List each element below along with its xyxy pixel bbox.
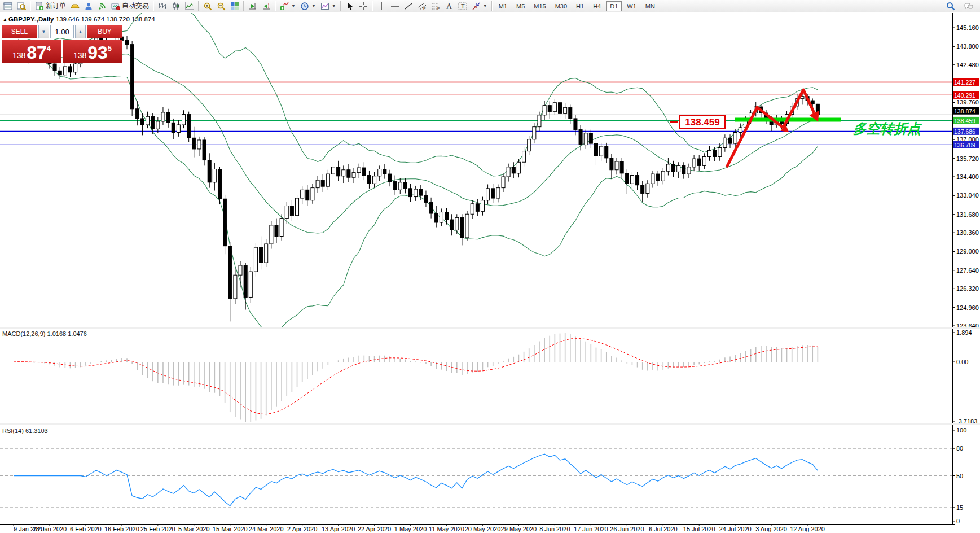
data-window-button[interactable] [15, 1, 28, 12]
bid-price-box[interactable]: 138 87 4 [2, 40, 61, 63]
horizontal-line-tool[interactable] [388, 1, 402, 12]
bar-chart-button[interactable] [156, 1, 169, 12]
auto-scroll-button[interactable] [246, 1, 260, 12]
chart-canvas[interactable]: 138.459多空转折点145.160143.800142.480141.120… [0, 0, 980, 533]
new-order-button[interactable]: 新订单 [33, 0, 68, 12]
svg-text:129.000: 129.000 [956, 248, 979, 255]
dropdown-arrow-icon[interactable]: ▼ [311, 3, 316, 8]
text-tool[interactable]: A [442, 1, 456, 12]
dropdown-arrow-icon[interactable]: ▼ [483, 3, 487, 8]
search-icon [946, 2, 955, 11]
templates-icon [320, 2, 329, 11]
svg-text:127.640: 127.640 [956, 267, 979, 274]
svg-text:135.720: 135.720 [956, 155, 979, 162]
svg-text:141.227: 141.227 [954, 79, 975, 86]
zoom-in-button[interactable] [201, 1, 214, 12]
svg-text:126.320: 126.320 [956, 285, 979, 292]
date-axis: 9 Jan 202028 Jan 20206 Feb 202016 Feb 20… [14, 524, 825, 532]
signals-button[interactable] [95, 1, 109, 12]
text-label-tool[interactable]: T [456, 1, 469, 12]
dropdown-arrow-icon[interactable]: ▼ [332, 3, 336, 8]
timeframe-h4-button[interactable]: H4 [589, 1, 605, 11]
svg-text:100: 100 [956, 427, 966, 434]
market-watch-button[interactable] [1, 1, 15, 12]
new-order-icon [35, 2, 44, 11]
timeframe-m30-button[interactable]: M30 [551, 1, 571, 11]
volume-increase-button[interactable]: ▲ [75, 25, 86, 38]
svg-text:143.800: 143.800 [956, 43, 979, 50]
quotes-button[interactable] [68, 1, 82, 12]
ohlc-readout: 139.646 139.674 138.720 138.874 [56, 16, 155, 23]
data-window-icon [17, 2, 26, 11]
ask-main: 93 [87, 45, 108, 61]
search-button[interactable] [944, 1, 957, 12]
ask-prefix: 138 [73, 51, 86, 61]
symbol-period-label: GBPJPY-,Daily [8, 16, 54, 23]
svg-text:8 Jun 2020: 8 Jun 2020 [539, 526, 570, 532]
timeframe-mn-button[interactable]: MN [641, 1, 659, 11]
tile-windows-button[interactable] [228, 1, 241, 12]
svg-text:13 Apr 2020: 13 Apr 2020 [322, 526, 355, 532]
chat-button[interactable] [962, 1, 975, 12]
timeframe-m5-button[interactable]: M5 [512, 1, 529, 11]
line-chart-button[interactable] [183, 1, 196, 12]
crosshair-tool-button[interactable] [357, 1, 370, 12]
chart-shift-icon [262, 2, 271, 11]
timeframe-d1-button[interactable]: D1 [606, 1, 622, 11]
periods-icon [300, 2, 309, 11]
candlestick-chart-button[interactable] [169, 1, 183, 12]
dropdown-arrow-icon[interactable]: ▼ [291, 3, 296, 8]
svg-text:138.459: 138.459 [954, 117, 975, 124]
fibonacci-tool[interactable]: F [429, 1, 442, 12]
svg-text:130.360: 130.360 [956, 229, 979, 236]
bar-chart-icon [158, 2, 167, 11]
svg-text:29 May 2020: 29 May 2020 [501, 526, 537, 532]
buy-button[interactable]: BUY [87, 25, 122, 38]
timeframe-m1-button[interactable]: M1 [495, 1, 511, 11]
svg-text:22 Apr 2020: 22 Apr 2020 [358, 526, 391, 532]
main-toolbar: 新订单自动交易▼▼▼EFAT▼M1M5M15M30H1H4D1W1MN [0, 0, 980, 12]
arrows-icon [472, 2, 481, 11]
volume-decrease-button[interactable]: ▼ [38, 25, 49, 38]
svg-text:15 Jul 2020: 15 Jul 2020 [683, 526, 715, 532]
ask-price-box[interactable]: 138 93 5 [63, 40, 122, 63]
templates-button[interactable]: ▼ [318, 1, 339, 12]
bid-sup: 4 [47, 45, 51, 61]
fibo-icon: F [431, 2, 440, 11]
svg-text:20 May 2020: 20 May 2020 [465, 526, 501, 532]
periods-button[interactable]: ▼ [298, 1, 318, 12]
volume-input[interactable] [50, 25, 74, 38]
gold-bar-icon [71, 2, 80, 11]
autotrading-button[interactable]: 自动交易 [109, 0, 151, 12]
rsi-indicator-label: RSI(14) 61.3103 [2, 427, 48, 434]
community-icon [84, 2, 93, 11]
zoom-out-button[interactable] [214, 1, 228, 12]
svg-text:137.686: 137.686 [954, 128, 975, 135]
chart-title: ▴ GBPJPY-,Daily 139.646 139.674 138.720 … [3, 15, 155, 23]
trendline-tool[interactable] [402, 1, 415, 12]
svg-text:24 Jul 2020: 24 Jul 2020 [719, 526, 752, 532]
svg-text:136.709: 136.709 [954, 142, 975, 148]
equidistant-channel-tool[interactable]: E [415, 1, 429, 12]
toolbar-separator [30, 1, 31, 11]
svg-text:E: E [423, 7, 426, 11]
timeframe-m15-button[interactable]: M15 [530, 1, 550, 11]
timeframe-w1-button[interactable]: W1 [623, 1, 640, 11]
indicators-button[interactable]: ▼ [278, 1, 298, 12]
community-button[interactable] [82, 1, 95, 12]
svg-text:6 Feb 2020: 6 Feb 2020 [70, 526, 102, 532]
toolbar-separator [372, 1, 373, 11]
vertical-line-tool[interactable] [375, 1, 388, 12]
vline-icon [377, 2, 386, 11]
svg-text:11 May 2020: 11 May 2020 [429, 526, 464, 532]
candle-chart-icon [172, 2, 181, 11]
collapse-panel-icon[interactable]: ▴ [3, 16, 7, 23]
cursor-tool-button[interactable] [343, 1, 357, 12]
timeframe-h1-button[interactable]: H1 [572, 1, 588, 11]
ask-sup: 5 [108, 45, 112, 61]
one-click-trading-panel: SELL ▼ ▲ BUY 138 87 4 138 93 5 [2, 25, 122, 63]
svg-text:F: F [437, 7, 440, 11]
chart-shift-button[interactable] [260, 1, 273, 12]
arrows-tool[interactable]: ▼ [469, 1, 490, 12]
sell-button[interactable]: SELL [2, 25, 37, 38]
